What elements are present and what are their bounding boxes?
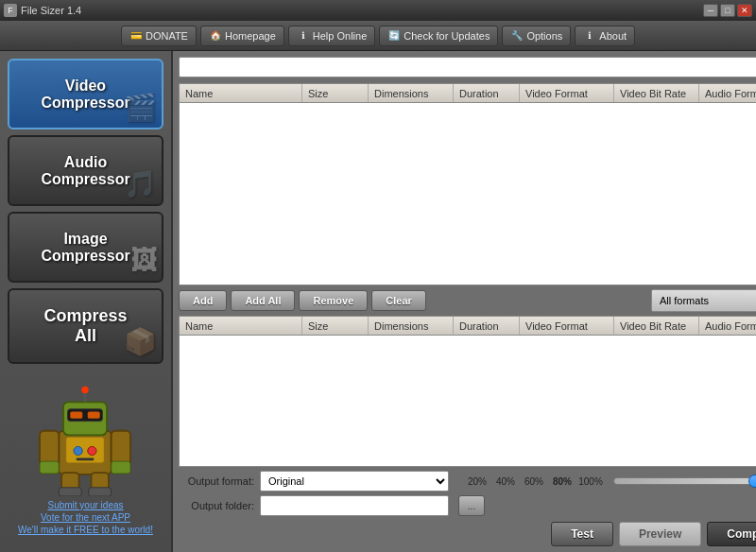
- quality-60-label: 60%: [521, 476, 547, 487]
- top-table-header: Name Size Dimensions Duration Video Form…: [180, 84, 756, 103]
- menu-help-label: Help Online: [313, 30, 367, 42]
- bottom-table-header: Name Size Dimensions Duration Video Form…: [180, 317, 756, 336]
- video-compressor-label: VideoCompressor: [41, 78, 129, 112]
- col-audioformat-header: Audio Form...: [699, 84, 756, 102]
- audio-icon: 🎵: [124, 168, 157, 199]
- menu-bar: 💳 DONATE 🏠 Homepage ℹ Help Online 🔄 Chec…: [0, 21, 756, 51]
- svg-rect-4: [71, 411, 83, 418]
- folder-browse-button[interactable]: ...: [458, 495, 485, 516]
- bot-col-dimensions-header: Dimensions: [369, 317, 454, 335]
- main-container: VideoCompressor 🎬 AudioCompressor 🎵 Imag…: [0, 51, 756, 552]
- video-compressor-button[interactable]: VideoCompressor 🎬: [8, 59, 163, 129]
- window-controls: ─ □ ✕: [703, 4, 752, 17]
- free-link[interactable]: We'll make it FREE to the world!: [18, 525, 153, 535]
- svg-point-17: [88, 446, 96, 455]
- submit-ideas-link[interactable]: Submit your ideas: [18, 500, 153, 510]
- about-icon: ℹ: [583, 29, 596, 43]
- menu-updates[interactable]: 🔄 Check for Updates: [379, 26, 498, 46]
- bottom-table-body[interactable]: [180, 336, 756, 466]
- compress-all-button[interactable]: CompressAll 📦: [8, 288, 163, 364]
- col-dimensions-header: Dimensions: [369, 84, 454, 102]
- quality-slider-thumb[interactable]: [748, 474, 757, 488]
- vote-app-link[interactable]: Vote for the next APP: [18, 512, 153, 523]
- top-table: Name Size Dimensions Duration Video Form…: [179, 83, 756, 285]
- menu-help[interactable]: ℹ Help Online: [288, 26, 375, 46]
- svg-rect-9: [40, 461, 59, 474]
- quality-slider-track: [613, 477, 756, 485]
- compress-all-label: CompressAll: [43, 306, 127, 346]
- add-button[interactable]: Add: [179, 290, 227, 311]
- svg-rect-5: [88, 411, 100, 418]
- app-title: File Sizer 1.4: [21, 5, 81, 16]
- quality-20-label: 20%: [464, 476, 490, 487]
- output-controls: Output format: Original 20% 40% 60% 80% …: [179, 471, 756, 516]
- donate-icon: 💳: [129, 29, 143, 43]
- action-row: Add Add All Remove Clear All formats: [179, 289, 756, 312]
- options-icon: 🔧: [510, 29, 524, 43]
- minimize-button[interactable]: ─: [703, 4, 718, 17]
- close-button[interactable]: ✕: [737, 4, 752, 17]
- output-folder-label: Output folder:: [179, 500, 254, 511]
- menu-homepage[interactable]: 🏠 Homepage: [200, 26, 284, 46]
- bot-col-size-header: Size: [302, 317, 369, 335]
- col-duration-header: Duration: [454, 84, 520, 102]
- col-videoformat-header: Video Format: [520, 84, 614, 102]
- menu-about-label: About: [599, 30, 627, 42]
- svg-point-16: [74, 446, 82, 455]
- menu-donate-label: DONATE: [146, 30, 188, 42]
- title-bar: F File Sizer 1.4 ─ □ ✕: [0, 0, 756, 21]
- menu-about[interactable]: ℹ About: [575, 26, 635, 46]
- bot-col-videobr-header: Video Bit Rate: [614, 317, 699, 335]
- svg-rect-8: [40, 431, 59, 466]
- bot-col-videoformat-header: Video Format: [520, 317, 614, 335]
- file-input-row: ...: [179, 57, 756, 78]
- col-name-header: Name: [180, 84, 302, 102]
- image-icon: 🖼: [130, 245, 157, 276]
- menu-options-label: Options: [526, 30, 562, 42]
- menu-updates-label: Check for Updates: [404, 30, 490, 42]
- svg-rect-11: [112, 461, 130, 474]
- preview-button[interactable]: Preview: [619, 522, 701, 546]
- quality-40-label: 40%: [492, 476, 519, 487]
- menu-options[interactable]: 🔧 Options: [502, 26, 571, 46]
- top-table-body[interactable]: [180, 103, 756, 285]
- image-compressor-label: ImageCompressor: [41, 231, 129, 265]
- maximize-button[interactable]: □: [720, 4, 735, 17]
- audio-compressor-button[interactable]: AudioCompressor 🎵: [8, 135, 163, 206]
- col-videobr-header: Video Bit Rate: [614, 84, 699, 102]
- clear-button[interactable]: Clear: [371, 290, 426, 311]
- bot-col-audioformat-header: Audio Form...: [699, 317, 756, 335]
- svg-rect-13: [60, 488, 82, 496]
- quality-slider-area: 20% 40% 60% 80% 100%: [464, 476, 604, 487]
- updates-icon: 🔄: [387, 29, 401, 43]
- content-area: ... Name Size Dimensions Duration Video …: [173, 51, 756, 552]
- mascot-area: Submit your ideas Vote for the next APP …: [18, 370, 153, 544]
- bottom-actions: Test Preview Compress: [179, 520, 756, 546]
- output-folder-row: Output folder: ...: [179, 495, 756, 516]
- homepage-icon: 🏠: [209, 29, 222, 43]
- svg-rect-15: [89, 488, 112, 496]
- output-folder-input[interactable]: [260, 495, 449, 516]
- file-path-input[interactable]: [179, 57, 756, 78]
- menu-donate[interactable]: 💳 DONATE: [121, 26, 197, 46]
- audio-compressor-label: AudioCompressor: [41, 154, 129, 188]
- compress-button[interactable]: Compress: [707, 522, 756, 546]
- video-icon: 🎬: [124, 92, 157, 123]
- help-icon: ℹ: [297, 29, 310, 43]
- test-button[interactable]: Test: [551, 522, 613, 546]
- add-all-button[interactable]: Add All: [231, 290, 295, 311]
- remove-button[interactable]: Remove: [299, 290, 368, 311]
- format-select[interactable]: All formats: [651, 289, 756, 312]
- links-area: Submit your ideas Vote for the next APP …: [18, 500, 153, 537]
- svg-rect-18: [77, 457, 94, 460]
- compress-icon: 📦: [124, 326, 157, 357]
- menu-homepage-label: Homepage: [225, 30, 276, 42]
- quality-80-label: 80%: [549, 476, 576, 487]
- quality-100-label: 100%: [577, 476, 604, 487]
- app-icon: F: [4, 4, 17, 17]
- image-compressor-button[interactable]: ImageCompressor 🖼: [8, 212, 163, 283]
- svg-rect-10: [112, 431, 130, 466]
- output-format-select[interactable]: Original: [260, 471, 449, 492]
- mascot-robot: [28, 383, 142, 496]
- bottom-table: Name Size Dimensions Duration Video Form…: [179, 316, 756, 467]
